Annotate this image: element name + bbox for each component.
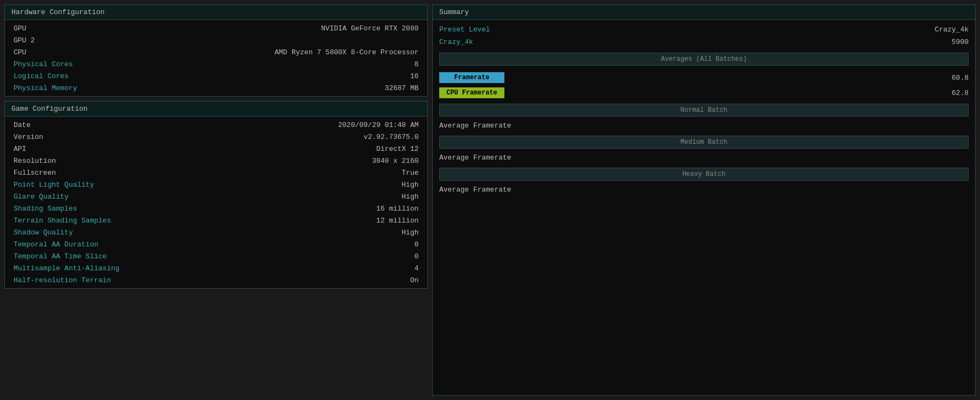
game-row: Point Light QualityHigh [5, 179, 427, 191]
game-row: FullscreenTrue [5, 167, 427, 179]
hardware-body: GPUNVIDIA GeForce RTX 2080GPU 2CPUAMD Ry… [5, 20, 427, 96]
row-value: 16 million [376, 205, 419, 213]
normal-batch-header: Normal Batch [439, 104, 969, 117]
row-value: 32687 MB [385, 84, 419, 92]
row-label: Version [14, 133, 43, 141]
hardware-row: GPUNVIDIA GeForce RTX 2080 [5, 22, 427, 34]
right-panel: Summary Preset Level Crazy_4k Crazy_4k 5… [432, 4, 976, 396]
row-label: Temporal AA Time Slice [14, 252, 107, 261]
row-label: Fullscreen [14, 169, 56, 177]
score-row: Crazy_4k 5900 [439, 37, 969, 47]
row-label: API [14, 145, 26, 153]
row-value: 0 [414, 252, 419, 261]
game-row: Temporal AA Duration0 [5, 238, 427, 250]
row-value: On [410, 276, 419, 284]
preset-value: Crazy_4k [935, 26, 969, 34]
heavy-avg-label: Average Framerate [439, 186, 511, 194]
row-label: Terrain Shading Samples [14, 217, 111, 225]
row-label: Physical Cores [14, 60, 73, 68]
row-value: 12 million [376, 217, 419, 225]
score-value: 5900 [952, 38, 969, 46]
row-label: GPU 2 [14, 36, 35, 45]
row-label: Point Light Quality [14, 181, 94, 189]
left-panel: Hardware Configuration GPUNVIDIA GeForce… [4, 4, 428, 396]
framerate-badge: Framerate [439, 72, 504, 83]
row-value: v2.92.73675.0 [364, 133, 419, 141]
heavy-batch-header: Heavy Batch [439, 168, 969, 181]
row-label: Physical Memory [14, 84, 77, 92]
hardware-row: Physical Cores8 [5, 58, 427, 70]
game-row: Date2020/09/29 01:48 AM [5, 119, 427, 131]
hardware-row: Physical Memory32687 MB [5, 82, 427, 94]
row-label: Resolution [14, 157, 56, 165]
hardware-row: GPU 2 [5, 34, 427, 46]
normal-avg-row: Average Framerate [439, 120, 969, 131]
game-section: Game Configuration Date2020/09/29 01:48 … [4, 101, 428, 289]
row-value: 4 [414, 264, 419, 272]
row-value: 0 [414, 240, 419, 249]
cpu-framerate-row: CPU Framerate 62.8 [439, 86, 969, 99]
game-row: Terrain Shading Samples12 million [5, 214, 427, 226]
game-row: Multisample Anti-Aliasing4 [5, 262, 427, 274]
medium-batch-header: Medium Batch [439, 136, 969, 149]
row-label: Half-resolution Terrain [14, 276, 111, 284]
game-row: Shading Samples16 million [5, 202, 427, 214]
row-value: 8 [414, 60, 419, 68]
score-label: Crazy_4k [439, 38, 473, 46]
row-label: CPU [14, 48, 26, 56]
averages-bar: Averages (All Batches) [439, 53, 969, 66]
row-value: NVIDIA GeForce RTX 2080 [321, 24, 419, 33]
game-row: APIDirectX 12 [5, 143, 427, 155]
row-label: GPU [14, 24, 26, 33]
game-row: Glare QualityHigh [5, 191, 427, 202]
framerate-row: Framerate 60.8 [439, 71, 969, 84]
row-label: Shadow Quality [14, 228, 73, 237]
game-row: Resolution3840 x 2160 [5, 155, 427, 167]
game-row: Temporal AA Time Slice0 [5, 250, 427, 262]
row-value: AMD Ryzen 7 5800X 8-Core Processor [275, 48, 419, 56]
normal-avg-label: Average Framerate [439, 122, 511, 130]
row-value: True [402, 169, 419, 177]
preset-label: Preset Level [439, 26, 490, 34]
hardware-row: CPUAMD Ryzen 7 5800X 8-Core Processor [5, 46, 427, 58]
cpu-framerate-badge: CPU Framerate [439, 87, 504, 98]
game-row: Shadow QualityHigh [5, 226, 427, 238]
row-value: DirectX 12 [376, 145, 419, 153]
row-label: Logical Cores [14, 72, 68, 80]
summary-header: Summary [433, 5, 975, 20]
row-value: High [402, 181, 419, 189]
medium-avg-label: Average Framerate [439, 154, 511, 162]
row-label: Multisample Anti-Aliasing [14, 264, 119, 272]
medium-avg-row: Average Framerate [439, 152, 969, 163]
hardware-row: Logical Cores16 [5, 70, 427, 82]
cpu-framerate-value: 62.8 [952, 89, 969, 97]
row-label: Glare Quality [14, 193, 68, 201]
game-row: Versionv2.92.73675.0 [5, 131, 427, 143]
heavy-avg-row: Average Framerate [439, 184, 969, 195]
row-label: Date [14, 121, 30, 129]
game-row: Half-resolution TerrainOn [5, 274, 427, 286]
row-label: Shading Samples [14, 205, 77, 213]
row-value: 3840 x 2160 [372, 157, 419, 165]
summary-body: Preset Level Crazy_4k Crazy_4k 5900 Aver… [433, 20, 975, 200]
framerate-value: 60.8 [952, 74, 969, 82]
row-value: High [402, 228, 419, 237]
row-label: Temporal AA Duration [14, 240, 98, 249]
row-value: High [402, 193, 419, 201]
row-value: 2020/09/29 01:48 AM [338, 121, 419, 129]
game-body: Date2020/09/29 01:48 AMVersionv2.92.7367… [5, 117, 427, 288]
row-value: 16 [410, 72, 419, 80]
hardware-section: Hardware Configuration GPUNVIDIA GeForce… [4, 4, 428, 97]
game-header: Game Configuration [5, 101, 427, 117]
preset-row: Preset Level Crazy_4k [439, 24, 969, 35]
hardware-header: Hardware Configuration [5, 5, 427, 20]
